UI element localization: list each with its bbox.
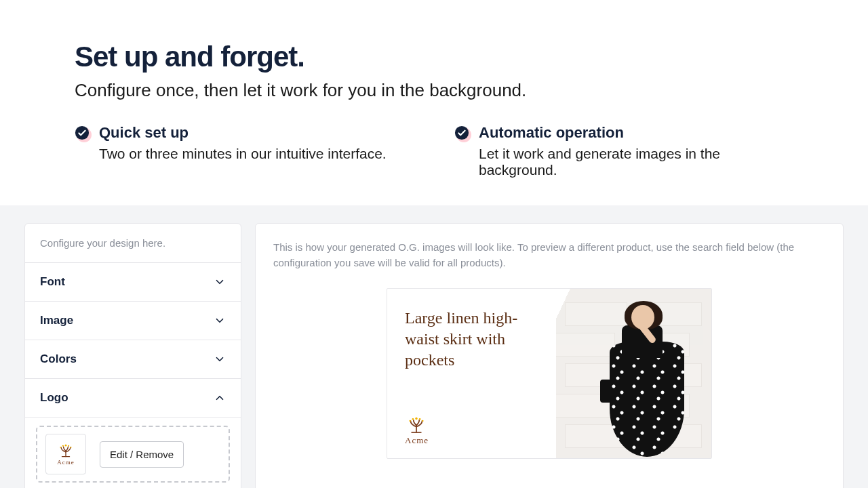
svg-point-11 bbox=[422, 420, 423, 422]
feature-desc: Two or three minutes in our intuitive in… bbox=[99, 146, 387, 162]
accordion-label: Colors bbox=[40, 352, 77, 366]
accordion-label: Image bbox=[40, 314, 73, 327]
acme-logo-icon: Acme bbox=[405, 415, 542, 446]
svg-point-2 bbox=[65, 445, 67, 447]
logo-section-content: Acme Edit / Remove bbox=[25, 417, 241, 483]
accordion-row-logo[interactable]: Logo bbox=[25, 378, 241, 417]
check-circle-icon bbox=[75, 125, 90, 140]
preview-product-image bbox=[556, 289, 711, 458]
accordion-row-image[interactable]: Image bbox=[25, 301, 241, 340]
chevron-down-icon bbox=[214, 314, 226, 327]
logo-dropzone[interactable]: Acme Edit / Remove bbox=[36, 426, 230, 483]
svg-point-10 bbox=[409, 420, 410, 422]
preview-intro: This is how your generated O.G. images w… bbox=[273, 240, 825, 270]
preview-product-title: Large linen high-waist skirt with pocket… bbox=[405, 308, 542, 371]
acme-logo-icon: Acme bbox=[56, 443, 75, 466]
accordion-label: Logo bbox=[40, 391, 68, 405]
page-title: Set up and forget. bbox=[75, 41, 793, 73]
accordion-row-colors[interactable]: Colors bbox=[25, 340, 241, 378]
og-preview-card: Large linen high-waist skirt with pocket… bbox=[387, 288, 712, 459]
page-subtitle: Configure once, then let it work for you… bbox=[75, 80, 793, 101]
edit-remove-button[interactable]: Edit / Remove bbox=[100, 441, 184, 468]
preview-panel: This is how your generated O.G. images w… bbox=[255, 223, 844, 488]
preview-brand-text: Acme bbox=[405, 435, 429, 446]
check-circle-icon bbox=[454, 125, 469, 140]
feature-title: Automatic operation bbox=[479, 124, 793, 142]
svg-point-3 bbox=[62, 445, 64, 447]
chevron-down-icon bbox=[214, 276, 226, 288]
config-intro: Configure your design here. bbox=[25, 224, 241, 262]
accordion-row-font[interactable]: Font bbox=[25, 262, 241, 301]
svg-point-9 bbox=[419, 418, 421, 420]
chevron-down-icon bbox=[214, 353, 226, 365]
logo-brand-text: Acme bbox=[57, 459, 75, 466]
svg-point-7 bbox=[415, 418, 417, 420]
feature-auto-operation: Automatic operation Let it work and gene… bbox=[454, 124, 793, 178]
chevron-up-icon bbox=[214, 392, 226, 404]
logo-thumbnail: Acme bbox=[45, 434, 86, 474]
svg-point-6 bbox=[71, 447, 72, 448]
app-area: Configure your design here. Font Image C… bbox=[0, 205, 868, 488]
features-row: Quick set up Two or three minutes in our… bbox=[75, 124, 793, 178]
svg-point-8 bbox=[412, 418, 414, 420]
config-panel: Configure your design here. Font Image C… bbox=[24, 223, 241, 488]
accordion-label: Font bbox=[40, 275, 65, 289]
svg-point-4 bbox=[68, 445, 69, 447]
feature-title: Quick set up bbox=[99, 124, 387, 142]
feature-quick-setup: Quick set up Two or three minutes in our… bbox=[75, 124, 414, 178]
svg-point-5 bbox=[60, 447, 61, 448]
feature-desc: Let it work and generate images in the b… bbox=[479, 146, 793, 178]
